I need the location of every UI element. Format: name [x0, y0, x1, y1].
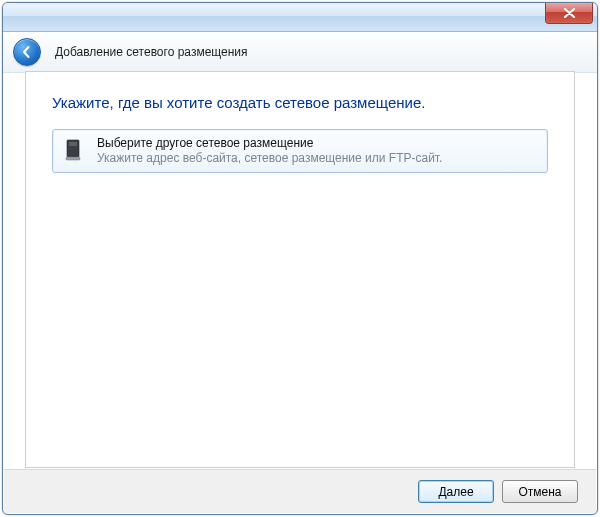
- option-custom-location[interactable]: Выберите другое сетевое размещение Укажи…: [52, 129, 548, 173]
- titlebar: [3, 3, 597, 32]
- svg-rect-1: [69, 142, 77, 146]
- back-button[interactable]: [13, 38, 41, 66]
- header: Добавление сетевого размещения: [3, 32, 597, 73]
- option-text: Выберите другое сетевое размещение Укажи…: [97, 136, 442, 166]
- svg-rect-2: [66, 157, 80, 160]
- close-icon: [564, 8, 575, 18]
- next-button[interactable]: Далее: [418, 480, 494, 503]
- content-panel: Укажите, где вы хотите создать сетевое р…: [25, 71, 575, 468]
- cancel-button[interactable]: Отмена: [502, 480, 578, 503]
- close-button[interactable]: [545, 3, 593, 24]
- instruction-heading: Укажите, где вы хотите создать сетевое р…: [52, 94, 548, 111]
- wizard-window: Добавление сетевого размещения Укажите, …: [2, 2, 598, 515]
- option-title: Выберите другое сетевое размещение: [97, 136, 442, 151]
- footer: Далее Отмена: [4, 469, 596, 513]
- option-description: Укажите адрес веб-сайта, сетевое размеще…: [97, 151, 442, 166]
- wizard-title: Добавление сетевого размещения: [55, 45, 248, 59]
- arrow-left-icon: [20, 45, 34, 59]
- computer-icon: [61, 136, 89, 164]
